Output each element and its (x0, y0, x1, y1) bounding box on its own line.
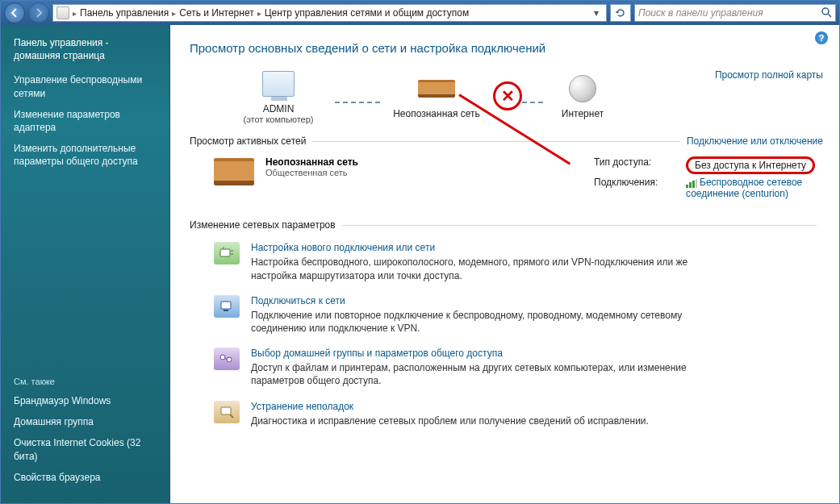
search-placeholder: Поиск в панели управления (638, 7, 763, 19)
see-also-firewall[interactable]: Брандмауэр Windows (14, 394, 157, 407)
setting-homegroup[interactable]: Выбор домашней группы и параметров общег… (190, 341, 823, 394)
main-content: ? Просмотр основных сведений о сети и на… (170, 25, 839, 503)
connect-disconnect-link[interactable]: Подключение или отключение (687, 135, 823, 147)
active-network-row: Неопознанная сеть Общественная сеть Тип … (190, 152, 823, 208)
svg-rect-7 (221, 407, 231, 414)
computer-icon (262, 71, 295, 97)
connect-network-icon (214, 295, 240, 318)
address-bar[interactable]: ▸ Панель управления ▸ Сеть и Интернет ▸ … (52, 4, 607, 22)
node-label: Неопознанная сеть (380, 108, 493, 119)
svg-rect-3 (221, 302, 231, 309)
setting-title[interactable]: Подключиться к сети (251, 295, 703, 306)
connection-line-icon (522, 102, 546, 103)
network-map: ADMIN (этот компьютер) Неопознанная сеть… (190, 66, 823, 124)
node-unknown-net[interactable]: Неопознанная сеть (380, 71, 493, 119)
svg-point-5 (220, 355, 225, 360)
node-internet[interactable]: Интернет (546, 71, 619, 119)
chevron-right-icon: ▸ (172, 9, 176, 18)
breadcrumb-item[interactable]: Центр управления сетями и общим доступом (265, 7, 470, 19)
help-icon[interactable]: ? (815, 31, 828, 44)
see-also-cookies[interactable]: Очистка Internet Cookies (32 бита) (14, 436, 157, 462)
setting-troubleshoot[interactable]: Устранение неполадок Диагностика и испра… (190, 394, 823, 434)
bench-icon (418, 80, 455, 98)
setting-desc: Доступ к файлам и принтерам, расположенн… (251, 361, 703, 387)
node-label: Интернет (546, 108, 619, 119)
chevron-right-icon: ▸ (257, 9, 261, 18)
section-network-settings: Изменение сетевых параметров (190, 219, 823, 231)
broken-connection-icon: ✕ (493, 81, 522, 110)
breadcrumb-item[interactable]: Сеть и Интернет (179, 7, 253, 19)
setting-desc: Настройка беспроводного, широкополосного… (251, 256, 703, 281)
navbar: ▸ Панель управления ▸ Сеть и Интернет ▸ … (1, 1, 839, 25)
section-title: Изменение сетевых параметров (190, 219, 336, 231)
bench-icon (214, 158, 254, 185)
access-type-value: Без доступа к Интернету (686, 156, 815, 174)
control-panel-icon (56, 6, 69, 19)
annotation-ring: Без доступа к Интернету (686, 156, 815, 174)
svg-rect-4 (224, 310, 228, 311)
globe-icon (569, 75, 596, 102)
node-label: ADMIN (222, 103, 335, 115)
setting-connect-network[interactable]: Подключиться к сети Подключение или повт… (190, 289, 823, 341)
network-properties: Тип доступа: Без доступа к Интернету Под… (594, 156, 823, 202)
active-network-type[interactable]: Общественная сеть (265, 168, 358, 177)
chevron-right-icon: ▸ (73, 9, 77, 18)
setting-title[interactable]: Выбор домашней группы и параметров общег… (251, 348, 703, 359)
sidebar-link-sharing[interactable]: Изменить дополнительные параметры общего… (14, 142, 157, 168)
sidebar: Панель управления - домашняя страница Уп… (1, 25, 170, 503)
svg-line-1 (828, 14, 831, 17)
sidebar-home-link[interactable]: Панель управления - домашняя страница (14, 36, 157, 62)
address-dropdown[interactable]: ▾ (590, 7, 603, 19)
access-type-label: Тип доступа: (594, 156, 675, 168)
connections-label: Подключения: (594, 177, 675, 188)
search-icon[interactable] (821, 6, 832, 20)
svg-point-0 (822, 8, 829, 15)
homegroup-icon (214, 348, 240, 370)
view-full-map-link[interactable]: Просмотр полной карты (715, 66, 823, 81)
back-button[interactable] (4, 2, 25, 23)
connection-line-icon (335, 102, 380, 103)
sidebar-link-wireless[interactable]: Управление беспроводными сетями (14, 73, 157, 99)
forward-button[interactable] (28, 2, 49, 23)
page-title: Просмотр основных сведений о сети и наст… (190, 41, 823, 55)
svg-rect-2 (220, 249, 230, 256)
setting-new-connection[interactable]: Настройка нового подключения или сети На… (190, 235, 823, 288)
section-title: Просмотр активных сетей (190, 135, 306, 147)
breadcrumb-item[interactable]: Панель управления (80, 7, 169, 19)
sidebar-link-adapter[interactable]: Изменение параметров адаптера (14, 108, 157, 134)
window: ▸ Панель управления ▸ Сеть и Интернет ▸ … (0, 0, 840, 504)
setting-title[interactable]: Устранение неполадок (251, 401, 649, 412)
connection-link[interactable]: Беспроводное сетевое соединение (centuri… (686, 177, 823, 199)
refresh-button[interactable] (610, 4, 631, 22)
troubleshoot-icon (214, 401, 240, 423)
see-also-label: См. также (14, 377, 157, 386)
see-also-homegroup[interactable]: Домашняя группа (14, 415, 157, 428)
section-active-networks: Просмотр активных сетей Подключение или … (190, 135, 823, 147)
active-network-name: Неопознанная сеть (265, 156, 358, 168)
setting-title[interactable]: Настройка нового подключения или сети (251, 242, 703, 253)
search-box[interactable]: Поиск в панели управления (634, 4, 836, 22)
wifi-signal-icon (686, 179, 697, 188)
node-this-pc[interactable]: ADMIN (этот компьютер) (222, 66, 335, 124)
setting-desc: Диагностика и исправление сетевых пробле… (251, 414, 649, 427)
node-sublabel: (этот компьютер) (222, 115, 335, 124)
new-connection-icon (214, 242, 240, 264)
setting-desc: Подключение или повторное подключение к … (251, 309, 703, 335)
see-also-browser[interactable]: Свойства браузера (14, 471, 157, 484)
